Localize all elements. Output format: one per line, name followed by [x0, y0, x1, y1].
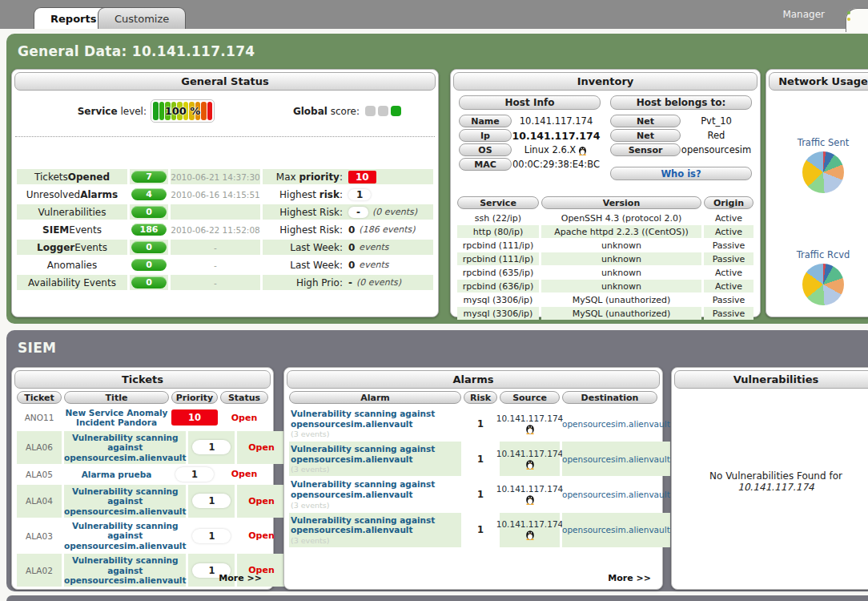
host-info-value: Linux 2.6.X: [512, 144, 601, 155]
network-usage-panel: Network Usage Traffic Sent Traffic Rcvd: [766, 69, 868, 317]
traffic-rcvd-label: Traffic Rcvd: [766, 249, 868, 260]
status-date: -: [171, 257, 260, 272]
alarm-destination-link[interactable]: opensourcesim.alienvault: [562, 442, 670, 476]
linux-penguin-icon: [524, 529, 536, 540]
vulnerabilities-panel: Vulnerabilities No Vulnerabilities Found…: [671, 367, 868, 590]
alarm-name-link[interactable]: Vulnerability scanning against opensourc…: [291, 444, 460, 464]
ticket-priority-cell: 1: [188, 519, 235, 552]
service-name: rpcbind (636/ip): [457, 280, 539, 292]
ticket-priority-cell: 1: [188, 485, 235, 518]
alarm-destination-link[interactable]: opensourcesim.alienvault: [562, 477, 670, 511]
service-row: rpcbind (111/ip) unknown Passive: [457, 252, 753, 265]
corner-dot-green: [847, 11, 850, 14]
status-right-label: Last Week:: [263, 242, 343, 253]
general-data-title: General Data: 10.141.117.174: [6, 34, 868, 59]
service-name: rpcbind (111/ip): [457, 252, 539, 265]
no-vulnerabilities-message: No Vulnerabilities Found for 10.141.117.…: [672, 470, 868, 493]
tickets-col-status: Status: [220, 391, 268, 404]
alarms-col-destination: Destination: [562, 391, 657, 404]
service-origin: Active: [704, 225, 753, 238]
count-badge: 4: [131, 188, 167, 200]
service-row: ssh (22/ip) OpenSSH 4.3 (protocol 2.0) A…: [457, 212, 753, 224]
ticket-title-link[interactable]: New Service Anomaly Incident Pandora: [64, 406, 169, 430]
ticket-priority-badge: 1: [175, 467, 214, 482]
host-belongs-field-button[interactable]: Net: [610, 115, 681, 127]
host-info-field-button[interactable]: Name: [459, 115, 512, 127]
status-row-label: Vulnerabilities: [17, 204, 127, 220]
linux-penguin-icon: [577, 145, 588, 155]
service-origin: Passive: [704, 293, 753, 306]
service-row: rpcbind (636/ip) unknown Active: [457, 280, 753, 292]
general-status-header: General Status: [14, 72, 436, 91]
host-info-field-button[interactable]: Ip: [459, 129, 512, 142]
service-row: rpcbind (635/ip) unknown Active: [457, 266, 753, 279]
ticket-status-link[interactable]: Open: [237, 519, 285, 552]
ticket-status-link[interactable]: Open: [220, 406, 268, 430]
ticket-title-link[interactable]: Vulnerability scanning against opensourc…: [64, 431, 186, 464]
host-info-field-button[interactable]: MAC: [459, 158, 512, 171]
alarm-risk: 1: [464, 513, 497, 547]
status-row-label: Anomalies: [17, 257, 127, 272]
alarm-source-link[interactable]: 10.141.117.174: [500, 477, 560, 511]
ticket-title-link[interactable]: Alarma prueba: [64, 466, 169, 483]
alarm-source-link[interactable]: 10.141.117.174: [500, 406, 560, 441]
status-right-label: High Prio:: [263, 277, 343, 288]
ticket-priority-cell: 1: [171, 466, 218, 483]
host-belongs-subheader: Host belongs to:: [610, 95, 752, 110]
host-belongs-value: opensourcesim: [681, 144, 752, 155]
alarm-destination-link[interactable]: opensourcesim.alienvault: [562, 406, 670, 441]
host-info-column: Host Info Name 10.141.117.174 Ip 10.141.…: [459, 95, 601, 185]
status-right-cell: Last Week: 0 events: [263, 240, 433, 255]
alarm-destination-link[interactable]: opensourcesim.alienvault: [562, 513, 670, 547]
host-belongs-field-button[interactable]: Sensor: [610, 143, 681, 156]
partial-right-tab[interactable]: [846, 8, 868, 32]
ticket-status-link[interactable]: Open: [237, 431, 285, 464]
host-info-row: Name 10.141.117.174: [459, 115, 601, 127]
status-events-suffix: (0 events): [372, 207, 417, 217]
alarm-name-cell: Vulnerability scanning against opensourc…: [289, 477, 461, 511]
service-row: http (80/ip) Apache httpd 2.2.3 ((CentOS…: [457, 225, 753, 238]
alarm-row: Vulnerability scanning against opensourc…: [289, 406, 657, 441]
alarm-row: Vulnerability scanning against opensourc…: [289, 442, 657, 476]
inventory-panel: Inventory Host Info Name 10.141.117.174 …: [450, 69, 761, 317]
service-row: mysql (3306/ip) MySQL (unauthorized) Pas…: [457, 307, 753, 320]
ticket-status-link[interactable]: Open: [220, 466, 268, 483]
ticket-title-link[interactable]: Vulnerability scanning against opensourc…: [64, 485, 186, 518]
ticket-title-link[interactable]: Vulnerability scanning against opensourc…: [64, 519, 186, 552]
service-origin: Active: [704, 266, 753, 279]
status-count-cell: 0: [130, 204, 168, 220]
ticket-priority-badge: 1: [192, 529, 231, 543]
ticket-title-link[interactable]: Vulnerability scanning against opensourc…: [64, 554, 186, 587]
status-right-cell: Highest Risk: 0 (186 events): [263, 222, 433, 237]
tickets-more-link[interactable]: More >>: [219, 573, 262, 583]
status-right-label: Highest Risk:: [263, 207, 343, 218]
host-belongs-row: Net Pvt_10: [610, 115, 752, 127]
alarm-event-count: (3 events): [291, 536, 460, 545]
alarm-source-link[interactable]: 10.141.117.174: [500, 442, 560, 476]
status-row: Availability Events 0 - High Prio: - (0 …: [17, 275, 433, 290]
alarm-source-link[interactable]: 10.141.117.174: [500, 513, 560, 547]
status-right-cell: Max priority: 10: [263, 169, 433, 184]
alarms-panel: Alarms Alarm Risk Source Destination Vul…: [283, 367, 663, 590]
host-info-field-button[interactable]: OS: [459, 143, 512, 156]
ticket-id: ANO11: [17, 406, 62, 430]
host-info-value: 10.141.117.174: [512, 115, 601, 127]
status-count-cell: 0: [130, 257, 168, 272]
status-count-cell: 4: [130, 187, 168, 202]
alarm-name-link[interactable]: Vulnerability scanning against opensourc…: [291, 515, 460, 535]
host-belongs-field-button[interactable]: Net: [610, 129, 681, 142]
linux-penguin-icon: [524, 458, 536, 470]
status-right-cell: High Prio: - (0 events): [263, 275, 433, 290]
whois-button[interactable]: Who is?: [610, 167, 752, 180]
status-right-value: 1: [348, 189, 371, 200]
vulnerabilities-host-ip: 10.141.117.174: [737, 482, 814, 493]
alarms-more-link[interactable]: More >>: [608, 573, 651, 583]
service-name: mysql (3306/ip): [457, 293, 539, 306]
host-info-value: 10.141.117.174: [512, 130, 601, 142]
alarm-name-link[interactable]: Vulnerability scanning against opensourc…: [291, 409, 460, 429]
siem-section: SIEM Tickets Ticket Title Priority Statu…: [6, 330, 868, 591]
services-table: Service Version Origin ssh (22/ip) OpenS…: [457, 196, 753, 320]
ticket-status-link[interactable]: Open: [237, 485, 285, 518]
tab-customize[interactable]: Customize: [98, 7, 186, 29]
alarm-name-link[interactable]: Vulnerability scanning against opensourc…: [291, 479, 460, 499]
